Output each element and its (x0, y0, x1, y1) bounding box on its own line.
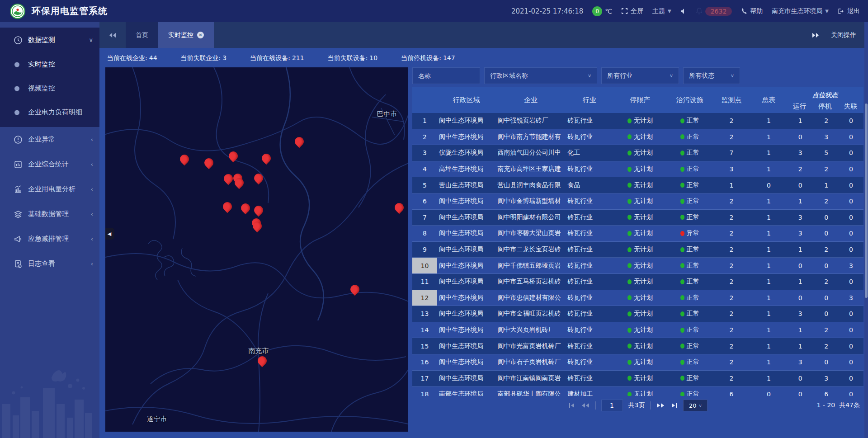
org-dropdown[interactable]: 南充市生态环境局▼ (772, 7, 829, 15)
sidebar-item-应急减排管理[interactable]: 应急减排管理‹ (0, 226, 99, 251)
help-button[interactable]: 帮助 (741, 7, 763, 15)
cell-lost-count: 0 (839, 133, 863, 141)
cell-company: 阆中市枣碧大梁山页岩 (496, 229, 566, 237)
cell-industry: 砖瓦行业 (566, 358, 613, 366)
fullscreen-button[interactable]: 全屏 (621, 7, 643, 15)
table-row[interactable]: 12阆中生态环境局阆中市忠信建材有限公砖瓦行业无计划正常21003 (412, 290, 863, 306)
page-scrollbar[interactable] (864, 22, 868, 438)
next-page-button[interactable] (656, 402, 665, 409)
cell-region: 阆中生态环境局 (437, 229, 496, 237)
filters-bar: 行政区域名称 ∨ 所有行业 ∨ 所有状态 ∨ (412, 67, 863, 84)
table-row[interactable]: 5营山生态环境局营山县润丰肉食品有限食品无计划正常10010 (412, 177, 863, 193)
megaphone-icon (14, 235, 23, 244)
double-right-arrow-icon[interactable] (812, 32, 819, 38)
tabs-scroll-left-button[interactable] (99, 22, 126, 48)
sidebar-item-日志查看[interactable]: 日志查看‹ (0, 251, 99, 276)
prev-page-button[interactable] (581, 402, 590, 409)
cell-index: 15 (412, 338, 437, 354)
theme-dropdown[interactable]: 主题▼ (652, 7, 671, 15)
table-row[interactable]: 6阆中生态环境局阆中市金博瑞新型墙材砖瓦行业无计划正常21120 (412, 193, 863, 210)
cell-region: 营山生态环境局 (437, 181, 496, 189)
sidebar-item-基础数据管理[interactable]: 基础数据管理‹ (0, 202, 99, 226)
cell-running-count: 0 (787, 133, 814, 141)
table-row[interactable]: 9阆中生态环境局阆中市二龙长宝页岩砖砖瓦行业无计划正常21120 (412, 242, 863, 258)
cell-index: 12 (412, 290, 437, 306)
table-row[interactable]: 8阆中生态环境局阆中市枣碧大梁山页岩砖瓦行业无计划异常21300 (412, 226, 863, 242)
notifications-button[interactable]: 2632 (696, 7, 732, 16)
cell-region: 阆中生态环境局 (437, 326, 496, 334)
cell-running-count: 1 (787, 198, 814, 205)
sidebar-subitem-实时监控[interactable]: 实时监控 (0, 52, 99, 76)
cell-running-count: 1 (787, 278, 814, 285)
first-page-button[interactable] (568, 402, 576, 409)
cell-running-count: 0 (787, 262, 814, 269)
status-counter: 当前失联设备:10 (328, 54, 378, 62)
chevron-down-icon: ∨ (724, 73, 734, 79)
cell-lost-count: 0 (839, 198, 863, 205)
scrollbar-thumb[interactable] (865, 104, 868, 298)
mute-button[interactable] (680, 8, 687, 14)
table-row[interactable]: 11阆中生态环境局阆中市五马桥页岩机砖砖瓦行业无计划正常21120 (412, 274, 863, 290)
cell-facility-status: 正常 (667, 358, 712, 366)
chevron-down-icon: ∨ (581, 73, 591, 79)
cell-limit-status: 无计划 (613, 197, 667, 205)
map-collapse-button[interactable]: ◀ (105, 228, 114, 240)
tab-home[interactable]: 首页 (126, 22, 158, 48)
table-row[interactable]: 15阆中生态环境局阆中市光富页岩机砖厂砖瓦行业无计划正常21120 (412, 338, 863, 354)
sidebar-subitem-视频监控[interactable]: 视频监控 (0, 76, 99, 100)
table-row[interactable]: 7阆中生态环境局阆中明阳建材有限公司砖瓦行业无计划正常21300 (412, 210, 863, 226)
column-header-lost: 失联 (838, 99, 863, 112)
sidebar-item-label: 企业用电量分析 (28, 185, 75, 193)
logout-button[interactable]: 退出 (838, 7, 860, 15)
tab-close-icon[interactable]: ✕ (197, 32, 204, 38)
table-row[interactable]: 13阆中生态环境局阆中市金福旺页岩机砖砖瓦行业无计划正常21300 (412, 306, 863, 322)
cell-stopped-count: 2 (814, 117, 839, 124)
close-operations-button[interactable]: 关闭操作 (831, 31, 856, 39)
cell-index: 13 (412, 306, 437, 322)
cell-running-count: 0 (787, 391, 814, 396)
status-counter: 当前失联企业:3 (181, 54, 227, 62)
industry-filter-select[interactable]: 所有行业 ∨ (601, 67, 679, 84)
page-number-input[interactable] (601, 400, 623, 411)
table-row[interactable]: 17阆中生态环境局阆中市江南镇阆南页岩砖瓦行业无计划正常21030 (412, 371, 863, 387)
cell-limit-status: 无计划 (613, 358, 667, 366)
cell-monitor-count: 2 (712, 375, 751, 382)
status-dot-green (627, 199, 632, 204)
sidebar-item-数据监测[interactable]: 数据监测∨ (0, 28, 99, 52)
sidebar-subitem-企业电力负荷明细[interactable]: 企业电力负荷明细 (0, 100, 99, 124)
cell-index: 3 (412, 145, 437, 161)
table-row[interactable]: 2阆中生态环境局阆中市南方节能建材有砖瓦行业无计划正常21030 (412, 129, 863, 146)
status-dot-green (627, 376, 632, 381)
table-row[interactable]: 14阆中生态环境局阆中大兴页岩机砖厂砖瓦行业无计划正常21120 (412, 322, 863, 339)
last-page-button[interactable] (670, 402, 678, 409)
cell-monitor-count: 2 (712, 310, 751, 317)
cell-stopped-count: 1 (814, 182, 839, 189)
tab-realtime-monitor[interactable]: 实时监控 ✕ (158, 22, 214, 48)
status-dot-green (680, 376, 684, 381)
cell-meter-count: 1 (750, 149, 787, 156)
cell-meter-count: 1 (750, 294, 787, 301)
sidebar-item-企业异常[interactable]: 企业异常‹ (0, 127, 99, 152)
name-filter-input[interactable] (418, 72, 474, 80)
table-row[interactable]: 1阆中生态环境局阆中强锐页岩砖厂砖瓦行业无计划正常21120 (412, 113, 863, 129)
cell-industry: 砖瓦行业 (566, 374, 613, 382)
cell-company: 阆中市南方节能建材有 (496, 133, 566, 141)
region-filter-select[interactable]: 行政区域名称 ∨ (484, 67, 597, 84)
cell-industry: 砖瓦行业 (566, 278, 613, 286)
map[interactable]: 巴中市南充市遂宁市 ◀ (105, 67, 408, 432)
table-body: 1阆中生态环境局阆中强锐页岩砖厂砖瓦行业无计划正常211202阆中生态环境局阆中… (412, 113, 863, 396)
cell-running-count: 0 (787, 182, 814, 189)
table-row[interactable]: 3仪陇生态环境局西南油气田分公司川中化工无计划正常71350 (412, 145, 863, 161)
sidebar-item-企业综合统计[interactable]: 企业综合统计‹ (0, 152, 99, 177)
cell-stopped-count: 0 (814, 310, 839, 317)
sidebar-item-企业用电量分析[interactable]: 企业用电量分析‹ (0, 177, 99, 202)
table-row[interactable]: 4高坪生态环境局南充市高坪区王家店建砖瓦行业无计划正常31220 (412, 161, 863, 178)
table-row[interactable]: 16阆中生态环境局阆中市石子页岩机砖厂砖瓦行业无计划正常21300 (412, 354, 863, 371)
sidebar-item-label: 数据监测 (28, 36, 55, 44)
table-row[interactable]: 18南部生态环境局南部县砚华土陶有限公建材加工无计划正常60060 (412, 386, 863, 396)
page-size-select[interactable]: 20 ∨ (683, 400, 708, 411)
status-filter-select[interactable]: 所有状态 ∨ (683, 67, 740, 84)
name-filter-field[interactable] (412, 67, 480, 84)
cell-region: 阆中生态环境局 (437, 245, 496, 254)
table-row[interactable]: 10阆中生态环境局阆中千佛镇五郎垭页岩砖瓦行业无计划正常21003 (412, 258, 863, 274)
